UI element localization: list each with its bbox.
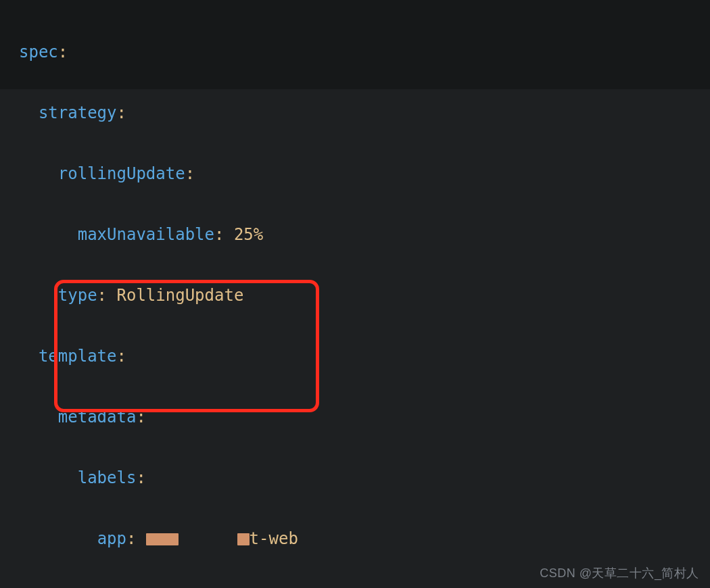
yaml-value: 25% [234, 225, 263, 244]
yaml-key: strategy [39, 103, 117, 122]
code-line: rollingUpdate: [19, 159, 710, 189]
colon: : [117, 103, 126, 122]
code-line: strategy: [19, 98, 710, 128]
yaml-key: spec [19, 43, 58, 62]
code-line: spec: [19, 37, 710, 68]
redacted-block [237, 533, 250, 545]
colon: : [214, 225, 224, 244]
yaml-code-block: spec: strategy: rollingUpdate: maxUnavai… [0, 0, 710, 588]
colon: : [185, 164, 195, 183]
colon: : [117, 347, 126, 366]
code-line: app: t-web [19, 524, 710, 554]
yaml-key: labels [78, 468, 137, 487]
colon: : [136, 468, 145, 487]
colon: : [126, 529, 136, 548]
redacted-block [146, 533, 179, 545]
code-line: template: [19, 341, 710, 372]
yaml-key: rollingUpdate [58, 164, 185, 183]
colon: : [97, 286, 107, 305]
colon: : [58, 43, 68, 62]
colon: : [136, 408, 145, 426]
watermark-text: CSDN @天草二十六_简村人 [540, 565, 699, 581]
yaml-key: maxUnavailable [78, 225, 214, 244]
yaml-value: t-web [250, 529, 298, 548]
yaml-key: metadata [58, 408, 137, 426]
code-line: spec: [19, 585, 710, 588]
code-line: type: RollingUpdate [19, 280, 710, 311]
code-line: maxUnavailable: 25% [19, 220, 710, 250]
code-line: metadata: [19, 402, 710, 433]
yaml-key: type [58, 286, 97, 305]
yaml-value: RollingUpdate [117, 286, 244, 305]
yaml-key: template [39, 347, 117, 366]
yaml-key: app [97, 529, 126, 548]
code-line: labels: [19, 463, 710, 493]
